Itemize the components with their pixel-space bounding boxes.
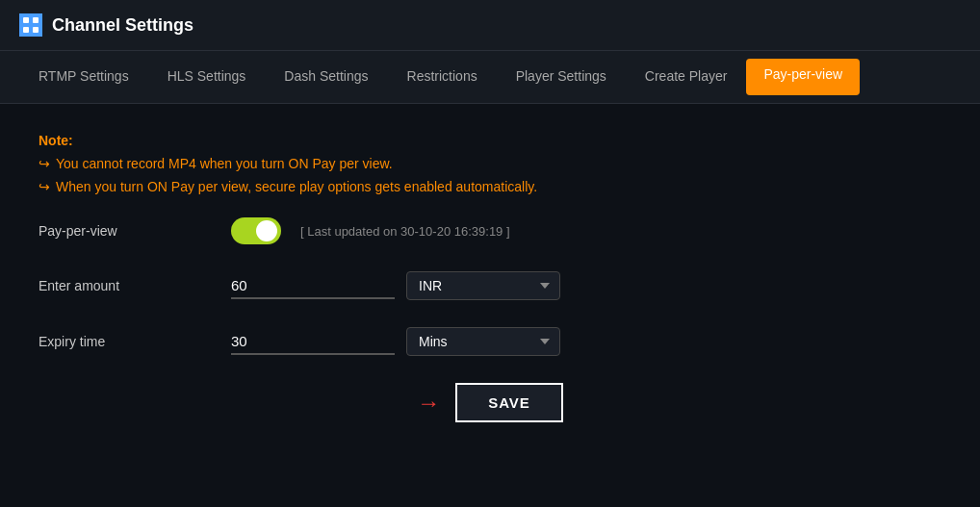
tab-hls[interactable]: HLS Settings: [148, 51, 266, 103]
note-text-1: You cannot record MP4 when you turn ON P…: [56, 156, 393, 171]
expiry-label: Expiry time: [39, 334, 231, 349]
tab-pay-per-view[interactable]: Pay-per-view: [746, 59, 860, 95]
main-content: Note: ↪ You cannot record MP4 when you t…: [0, 104, 980, 451]
ppv-control: [ Last updated on 30-10-20 16:39:19 ]: [231, 217, 510, 244]
ppv-toggle-row: Pay-per-view [ Last updated on 30-10-20 …: [39, 217, 941, 244]
expiry-row: Expiry time Mins Hours Days: [39, 327, 941, 356]
toggle-slider: [231, 217, 281, 244]
expiry-input[interactable]: [231, 329, 395, 355]
expiry-unit-select[interactable]: Mins Hours Days: [406, 327, 560, 356]
ppv-toggle[interactable]: [231, 217, 281, 244]
tab-rtmp[interactable]: RTMP Settings: [19, 51, 148, 103]
save-area: → SAVE: [39, 383, 941, 422]
note-section: Note: ↪ You cannot record MP4 when you t…: [39, 133, 941, 194]
currency-select[interactable]: INR USD EUR GBP: [406, 271, 560, 300]
last-updated-text: [ Last updated on 30-10-20 16:39:19 ]: [300, 224, 510, 239]
note-item-2: ↪ When you turn ON Pay per view, secure …: [39, 179, 941, 194]
page-title: Channel Settings: [52, 15, 193, 36]
amount-label: Enter amount: [39, 278, 231, 293]
amount-row: Enter amount INR USD EUR GBP: [39, 271, 941, 300]
amount-input[interactable]: [231, 273, 395, 299]
tab-restrictions[interactable]: Restrictions: [388, 51, 497, 103]
tab-player-settings[interactable]: Player Settings: [497, 51, 626, 103]
note-label: Note:: [39, 133, 941, 148]
header: Channel Settings: [0, 0, 980, 51]
note-text-2: When you turn ON Pay per view, secure pl…: [56, 179, 537, 194]
note-icon-2: ↪: [39, 179, 50, 194]
svg-rect-0: [23, 17, 29, 23]
tab-bar: RTMP Settings HLS Settings Dash Settings…: [0, 51, 980, 104]
tab-create-player[interactable]: Create Player: [626, 51, 747, 103]
expiry-control: Mins Hours Days: [231, 327, 560, 356]
ppv-label: Pay-per-view: [39, 223, 231, 239]
note-icon-1: ↪: [39, 156, 50, 171]
amount-control: INR USD EUR GBP: [231, 271, 560, 300]
svg-rect-2: [23, 27, 29, 33]
svg-rect-3: [33, 27, 39, 33]
save-button[interactable]: SAVE: [455, 383, 563, 422]
save-arrow-icon: →: [417, 390, 440, 417]
app-icon: [19, 13, 42, 37]
svg-rect-1: [33, 17, 39, 23]
note-item-1: ↪ You cannot record MP4 when you turn ON…: [39, 156, 941, 171]
tab-dash[interactable]: Dash Settings: [265, 51, 387, 103]
